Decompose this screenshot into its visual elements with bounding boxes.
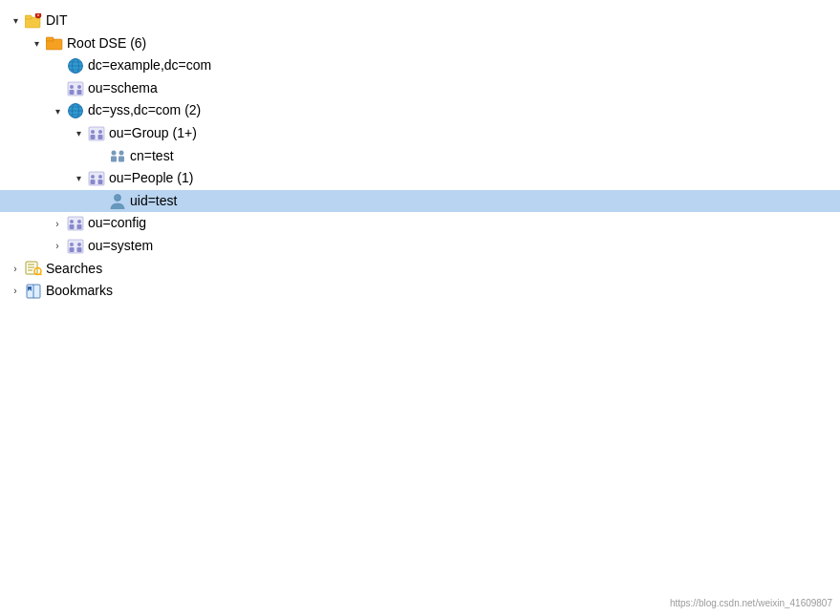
tree-item-ou-config[interactable]: ou=config [0,212,840,235]
label-root-dse: Root DSE (6) [67,34,146,53]
expander-ou-group[interactable] [71,126,86,141]
svg-point-14 [77,85,81,89]
svg-point-33 [98,175,102,179]
icon-globe [67,102,84,119]
icon-ou [67,215,84,232]
svg-point-37 [70,220,74,223]
svg-rect-34 [98,180,103,184]
svg-rect-45 [77,247,82,252]
label-dit: DIT [46,11,68,31]
svg-rect-40 [77,224,82,229]
icon-bookmarks [25,283,42,300]
svg-rect-23 [91,135,96,139]
label-ou-people: ou=People (1) [109,169,193,188]
svg-line-51 [40,274,42,276]
label-dc-yss: dc=yss,dc=com (2) [88,101,201,120]
label-ou-schema: ou=schema [88,79,158,98]
expander-ou-config[interactable] [50,216,65,231]
tree-item-bookmarks[interactable]: Bookmarks [0,280,840,303]
tree-item-cn-test[interactable]: cn=test [0,145,840,168]
tree-item-ou-people[interactable]: ou=People (1) [0,167,840,190]
icon-dit [25,12,42,30]
label-ou-group: ou=Group (1+) [109,124,197,143]
expander-bookmarks[interactable] [8,284,23,299]
svg-rect-43 [70,247,75,252]
tree-item-dc-yss[interactable]: dc=yss,dc=com (2) [0,99,840,122]
label-dc-example: dc=example,dc=com [88,56,211,75]
icon-globe [67,57,84,74]
svg-rect-13 [70,90,75,95]
svg-point-42 [70,243,74,246]
tree-item-root-dse[interactable]: Root DSE (6) [0,32,840,55]
icon-ou [88,170,105,187]
watermark: https://blog.csdn.net/weixin_41609807 [670,598,832,608]
svg-rect-1 [25,15,32,19]
svg-rect-32 [91,180,96,184]
tree-item-uid-test[interactable]: uid=test [0,190,840,213]
label-ou-config: ou=config [88,214,146,233]
svg-point-39 [77,220,81,223]
svg-point-31 [91,175,95,179]
expander-dit[interactable] [8,13,23,29]
icon-ou [88,125,105,142]
svg-rect-29 [118,157,124,162]
tree-item-searches[interactable]: Searches [0,258,840,281]
svg-rect-38 [70,224,75,229]
label-searches: Searches [46,260,102,279]
svg-point-35 [115,194,121,201]
label-cn-test: cn=test [130,147,174,166]
label-bookmarks: Bookmarks [46,282,113,301]
expander-root-dse[interactable] [29,35,44,51]
expander-searches[interactable] [8,261,23,276]
tree-container: DIT Root DSE (6) dc=example,dc=com [0,0,840,616]
svg-point-26 [112,151,117,156]
icon-ou [67,80,84,97]
svg-rect-5 [46,37,54,41]
svg-point-24 [98,130,102,134]
tree-item-ou-schema[interactable]: ou=schema [0,77,840,100]
icon-person [109,193,126,210]
icon-folder [46,34,63,52]
tree-item-ou-system[interactable]: ou=system [0,235,840,258]
svg-rect-27 [111,157,117,162]
icon-ou [67,238,84,255]
tree-item-dit[interactable]: DIT [0,10,840,32]
label-uid-test: uid=test [130,192,177,211]
svg-rect-25 [98,135,103,139]
tree-item-dc-example[interactable]: dc=example,dc=com [0,54,840,77]
svg-point-22 [91,130,95,134]
expander-dc-yss[interactable] [50,103,65,118]
svg-point-44 [77,243,81,246]
tree-item-ou-group[interactable]: ou=Group (1+) [0,122,840,145]
icon-searches [25,260,42,277]
icon-group [109,147,126,164]
expander-ou-people[interactable] [71,171,86,186]
label-ou-system: ou=system [88,237,153,256]
expander-ou-system[interactable] [50,239,65,254]
svg-point-28 [119,151,124,156]
svg-point-12 [70,85,74,89]
svg-rect-15 [77,90,82,95]
